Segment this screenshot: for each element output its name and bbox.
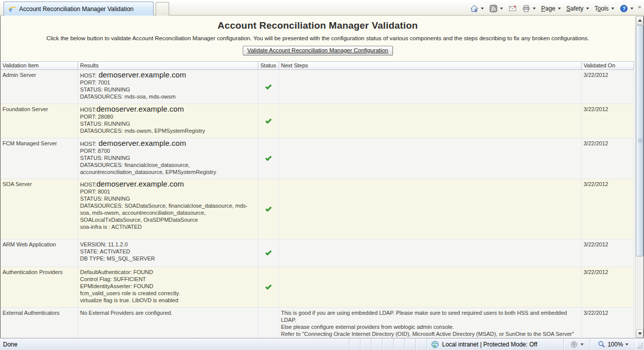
feeds-button[interactable]	[487, 4, 505, 14]
result-line: DATASOURCES: mds-owsm, EPMSystemRegistry	[80, 127, 256, 134]
table-row: FCM Managed ServerHOST: demoserver.examp…	[1, 138, 634, 179]
column-header: Results	[78, 62, 258, 69]
result-line: fcm_valid_users role is created correctl…	[80, 290, 256, 297]
command-bar: Page Safety Tools ? »	[468, 2, 642, 15]
safety-menu[interactable]: Safety	[564, 4, 591, 13]
zoom-icon	[598, 340, 606, 348]
result-line: HOST: demoserver.example.com	[80, 71, 256, 79]
home-button[interactable]	[468, 4, 486, 14]
validate-button-container: Validate Account Reconciliation Manager …	[1, 45, 635, 55]
page-description: Click the below button to validate Accou…	[1, 35, 635, 41]
read-mail-button[interactable]	[507, 4, 519, 14]
result-line: DATASOURCES: SOADataSource, financialclo…	[80, 202, 256, 223]
status-bar-cell	[382, 338, 393, 350]
table-row: Authentication ProvidersDefaultAuthentic…	[1, 267, 634, 308]
inprivate-dropdown-caret[interactable]	[581, 343, 584, 345]
result-line: PORT: 28080	[80, 113, 256, 120]
result-line: DB TYPE: MS_SQL_SERVER	[80, 255, 256, 262]
results-cell: HOST: demoserver.example.comPORT: 8700ST…	[78, 138, 258, 179]
result-line: DATASOURCES: financialclose_datasource, …	[80, 161, 256, 176]
intranet-zone-icon	[431, 340, 439, 348]
validated-on-cell: 3/22/2012	[582, 104, 634, 138]
status-bar-cell	[349, 338, 360, 350]
print-icon	[522, 5, 530, 13]
help-dropdown-caret[interactable]	[630, 8, 633, 10]
validated-on-cell: 3/22/2012	[582, 70, 634, 104]
home-icon	[470, 5, 478, 13]
result-line: No External Providers are configured.	[80, 309, 256, 316]
scrollbar-up-button[interactable]	[636, 16, 643, 25]
next-step-line: Refer to "Connecting Oracle Internet Dir…	[281, 330, 579, 338]
scrollbar-thumb-grip	[638, 139, 642, 143]
result-line: DefaultAuthenticator: FOUND	[80, 269, 256, 276]
print-button[interactable]	[520, 4, 538, 14]
toolbar-overflow-chevron[interactable]: »	[637, 4, 642, 14]
status-ok-icon	[264, 83, 272, 91]
vertical-scrollbar[interactable]	[635, 16, 644, 338]
inprivate-filtering-icon	[570, 340, 578, 348]
results-cell: HOST:demoserver.example.comPORT: 28080ST…	[78, 104, 258, 138]
next-steps-cell: This is good if you are using embedded L…	[279, 308, 582, 338]
result-line: STATE: ACTIVATED	[80, 248, 256, 255]
status-ok-icon	[264, 205, 272, 213]
result-line: HOST: demoserver.example.com	[80, 140, 256, 147]
validate-configuration-button[interactable]: Validate Account Reconciliation Manager …	[243, 46, 393, 55]
result-line: STATUS: RUNNING	[80, 195, 256, 202]
tools-menu[interactable]: Tools	[593, 4, 616, 13]
scrollbar-down-button[interactable]	[636, 329, 643, 338]
result-line: STATUS: RUNNING	[80, 120, 256, 127]
page-title: Account Reconciliation Manager Validatio…	[1, 20, 635, 31]
inprivate-filtering-button[interactable]	[563, 338, 590, 350]
table-row: Admin ServerHOST: demoserver.example.com…	[1, 70, 634, 104]
status-cell	[258, 70, 279, 104]
next-steps-cell	[279, 239, 582, 267]
scrollbar-thumb[interactable]	[636, 25, 643, 256]
new-tab-button[interactable]	[156, 2, 169, 16]
feeds-dropdown-caret[interactable]	[500, 8, 503, 10]
results-cell: HOST:demoserver.example.comPORT: 8001STA…	[78, 179, 258, 239]
table-row: SOA ServerHOST:demoserver.example.comPOR…	[1, 179, 634, 239]
scroll-down-arrow-icon	[638, 332, 642, 335]
validation-item-cell: Foundation Server	[1, 104, 78, 138]
status-bar-cell	[371, 338, 382, 350]
browser-chrome: e Account Reconciliation Manager Validat…	[0, 0, 644, 16]
validated-on-cell: 3/22/2012	[582, 138, 634, 179]
validation-item-cell: SOA Server	[1, 179, 78, 239]
results-cell: HOST: demoserver.example.comPORT: 7001ST…	[78, 70, 258, 104]
print-dropdown-caret[interactable]	[533, 8, 536, 10]
column-header: Next Steps	[279, 62, 582, 69]
table-row: External AuthenticatorsNo External Provi…	[1, 308, 634, 338]
status-ok-icon	[264, 154, 272, 162]
host-label: HOST:	[80, 107, 96, 113]
table-body: Admin ServerHOST: demoserver.example.com…	[1, 70, 634, 338]
status-cell	[258, 138, 279, 179]
safety-menu-label: Safety	[566, 5, 584, 12]
next-steps-cell	[279, 104, 582, 138]
host-label: HOST:	[80, 72, 96, 78]
page-menu[interactable]: Page	[539, 4, 563, 13]
zoom-dropdown-caret[interactable]	[625, 343, 628, 345]
page-menu-caret	[558, 8, 561, 10]
security-zone-indicator[interactable]: Local intranet | Protected Mode: Off	[426, 338, 563, 350]
table-row: Foundation ServerHOST:demoserver.example…	[1, 104, 634, 138]
status-cell	[258, 179, 279, 239]
window-resize-grip[interactable]	[636, 338, 644, 350]
validation-item-cell: External Authenticators	[1, 308, 78, 338]
next-steps-cell	[279, 267, 582, 307]
result-line: PORT: 8700	[80, 147, 256, 154]
tools-menu-label: Tools	[595, 5, 609, 12]
resize-grip-icon	[637, 343, 643, 349]
next-steps-cell	[279, 179, 582, 239]
scroll-up-arrow-icon	[638, 19, 642, 22]
result-line: VERSION: 11.1.2.0	[80, 241, 256, 248]
home-dropdown-caret[interactable]	[481, 8, 484, 10]
result-line: virtualize flag is true. LibOVD is enabl…	[80, 297, 256, 304]
result-line: soa-infra is : ACTIVATED	[80, 223, 256, 230]
help-button[interactable]: ?	[618, 4, 635, 14]
zoom-control[interactable]: 100%	[590, 338, 636, 350]
status-bar-cell	[360, 338, 371, 350]
table-row: ARM Web ApplicationVERSION: 11.1.2.0STAT…	[1, 239, 634, 267]
browser-tab[interactable]: e Account Reconciliation Manager Validat…	[4, 2, 154, 16]
result-line: STATUS: RUNNING	[80, 86, 256, 93]
result-line: HOST:demoserver.example.com	[80, 181, 256, 188]
